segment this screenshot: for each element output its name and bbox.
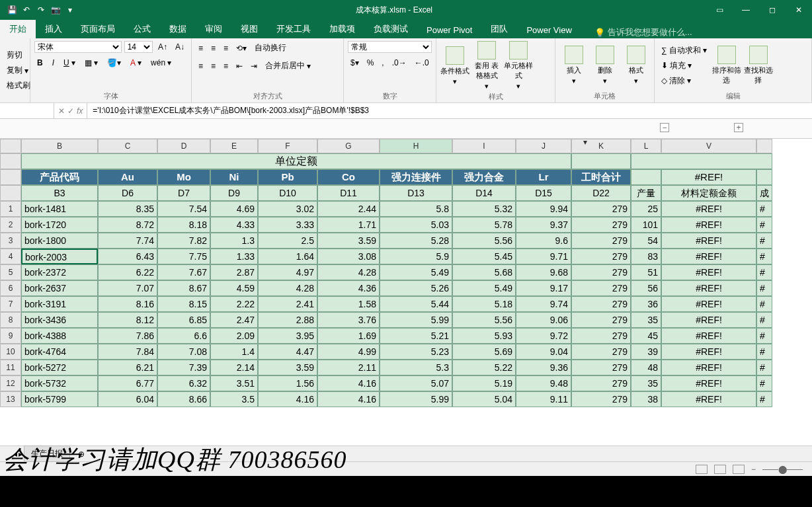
cell[interactable]: 9.06 (516, 312, 571, 328)
cell[interactable]: 7.07 (98, 280, 157, 296)
enter-formula-icon[interactable]: ✓ (67, 106, 74, 116)
inc-decimal-icon[interactable]: .0→ (389, 57, 409, 69)
cell[interactable]: 6 (0, 280, 21, 296)
cell[interactable]: 9.6 (516, 233, 571, 249)
table-header[interactable]: Pb (258, 169, 317, 185)
cell[interactable]: 4.28 (317, 264, 380, 280)
delete-cells-button[interactable]: 删除▾ (590, 46, 619, 85)
cell[interactable]: # (756, 360, 772, 375)
cell[interactable]: 5.45 (452, 249, 516, 264)
tab-powerview[interactable]: Power View (517, 22, 581, 38)
table-header[interactable]: Co (317, 169, 380, 185)
table-subheader[interactable]: D11 (317, 185, 380, 201)
cell[interactable]: 6.21 (98, 360, 157, 375)
cell[interactable]: # (756, 296, 772, 312)
cell[interactable]: 6.22 (98, 264, 157, 280)
cell[interactable]: 7.82 (157, 233, 210, 249)
cell[interactable]: 6.77 (98, 375, 157, 391)
autosum-button[interactable]: ∑ 自动求和 ▾ (659, 44, 710, 58)
cell[interactable]: 3.95 (258, 328, 317, 344)
normal-view-icon[interactable] (696, 465, 708, 474)
dec-decimal-icon[interactable]: ←.0 (412, 57, 432, 69)
cell[interactable]: # (756, 233, 772, 249)
align-left-icon[interactable]: ≡ (196, 59, 206, 73)
cell[interactable]: 2.47 (210, 312, 258, 328)
bold-button[interactable]: B (34, 57, 46, 69)
increase-font-icon[interactable]: A↑ (155, 41, 170, 53)
cell[interactable]: 9.48 (516, 375, 571, 391)
product-code-cell[interactable]: bork-1720 (21, 217, 98, 233)
column-header[interactable]: G (317, 139, 380, 153)
cell[interactable]: 7.67 (157, 264, 210, 280)
cell[interactable]: 5.26 (380, 280, 452, 296)
wrap-text-button[interactable]: 自动换行 (252, 41, 289, 55)
page-break-view-icon[interactable] (733, 465, 745, 474)
cell[interactable]: 279 (571, 312, 631, 328)
table-header[interactable]: 强力连接件 (380, 169, 452, 185)
fill-button[interactable]: ⬇ 填充 ▾ (659, 59, 710, 73)
cell[interactable]: 8 (0, 312, 21, 328)
section-title[interactable]: 单位定额 (21, 153, 571, 169)
cell[interactable]: 5.99 (380, 391, 452, 407)
cell[interactable]: # (756, 391, 772, 407)
column-header[interactable] (756, 139, 772, 153)
column-header[interactable]: E (210, 139, 258, 153)
merge-button[interactable]: 合并后居中 ▾ (263, 59, 313, 73)
cell[interactable]: 9 (0, 328, 21, 344)
cell[interactable]: 8.12 (98, 312, 157, 328)
cell[interactable]: 51 (631, 264, 661, 280)
cell[interactable]: 279 (571, 391, 631, 407)
cell[interactable]: 4.97 (258, 264, 317, 280)
tab-home[interactable]: 开始 (0, 20, 36, 38)
clear-button[interactable]: ◇ 清除 ▾ (659, 74, 710, 88)
product-code-cell[interactable]: bork-2003 (21, 249, 98, 264)
orientation-icon[interactable]: ⟲▾ (233, 41, 249, 55)
cell[interactable] (0, 153, 21, 169)
cell[interactable]: 3.59 (317, 233, 380, 249)
cell[interactable]: 7.84 (98, 344, 157, 360)
cell[interactable]: 5.28 (380, 233, 452, 249)
cell[interactable]: 279 (571, 233, 631, 249)
cell[interactable]: 7.39 (157, 360, 210, 375)
cell[interactable]: # (756, 201, 772, 217)
cell[interactable]: #REF! (661, 375, 756, 391)
maximize-icon[interactable]: ◻ (759, 0, 786, 20)
tab-layout[interactable]: 页面布局 (71, 20, 124, 38)
cell[interactable]: 4.16 (317, 391, 380, 407)
cell[interactable]: #REF! (661, 391, 756, 407)
cell[interactable]: #REF! (661, 264, 756, 280)
column-header[interactable]: C (98, 139, 157, 153)
cell[interactable]: 3.76 (317, 312, 380, 328)
cell[interactable]: 2.14 (210, 360, 258, 375)
cell[interactable]: 5.3 (380, 360, 452, 375)
column-header[interactable]: I (452, 139, 516, 153)
underline-button[interactable]: U ▾ (61, 57, 78, 69)
cell[interactable]: 4 (0, 249, 21, 264)
cell[interactable]: 3.5 (210, 391, 258, 407)
column-header[interactable]: V (661, 139, 756, 153)
table-header[interactable]: Lr (516, 169, 571, 185)
align-middle-icon[interactable]: ≡ (208, 41, 218, 55)
align-right-icon[interactable]: ≡ (221, 59, 231, 73)
qat-more-icon[interactable]: ▾ (65, 5, 75, 15)
cell[interactable]: 7.54 (157, 201, 210, 217)
cell[interactable]: 2.44 (317, 201, 380, 217)
cell[interactable]: 4.69 (210, 201, 258, 217)
tab-review[interactable]: 审阅 (196, 20, 231, 38)
cell[interactable]: 38 (631, 391, 661, 407)
save-icon[interactable]: 💾 (7, 5, 17, 15)
cell[interactable]: 9.11 (516, 391, 571, 407)
cell[interactable]: 8.67 (157, 280, 210, 296)
column-header[interactable]: B (21, 139, 98, 153)
cell[interactable]: 2.22 (210, 296, 258, 312)
decrease-font-icon[interactable]: A↓ (173, 41, 187, 53)
table-subheader[interactable]: 成 (756, 185, 772, 201)
cell[interactable]: 4.16 (258, 391, 317, 407)
copy-button[interactable]: 复制 ▾ (4, 63, 33, 77)
cell[interactable]: 6.6 (157, 328, 210, 344)
cell[interactable]: 7.86 (98, 328, 157, 344)
cell[interactable]: 9.74 (516, 296, 571, 312)
tab-insert[interactable]: 插入 (36, 20, 71, 38)
cell[interactable]: 56 (631, 280, 661, 296)
cell[interactable]: 4.59 (210, 280, 258, 296)
